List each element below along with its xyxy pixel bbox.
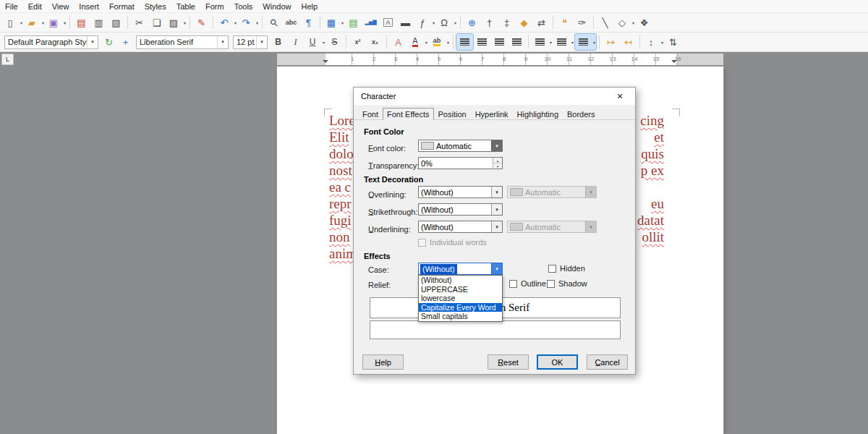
dialog-titlebar[interactable]: Character ✕ — [354, 88, 635, 105]
case-dropdown-option[interactable]: lowercase — [419, 294, 502, 303]
insert-cross-reference-button[interactable]: ⇄ ▾ — [533, 14, 550, 30]
spin-down-icon[interactable]: ▾ — [493, 163, 502, 169]
print-button[interactable]: ▥ ▾ — [90, 14, 107, 30]
paste-button[interactable]: ▨ ▾ — [166, 14, 187, 30]
overlining-select[interactable]: (Without) ▾ — [418, 186, 503, 198]
Font[interactable]: Font — [358, 108, 383, 120]
new-style-button[interactable]: + — [117, 34, 134, 50]
insert-line-button[interactable]: ╲ ▾ — [597, 14, 613, 30]
bold-button[interactable]: B ▾ — [270, 34, 286, 50]
copy-button[interactable]: ❏ ▾ — [148, 14, 165, 30]
Styles[interactable]: Styles — [140, 1, 171, 12]
align-center-button[interactable]: ▾ — [474, 34, 490, 50]
Tools[interactable]: Tools — [229, 1, 258, 12]
export-pdf-button[interactable]: ▤ ▾ — [73, 14, 90, 30]
no-list-button[interactable]: ▾ — [575, 34, 596, 50]
font-size-select[interactable]: 12 pt ▾ — [233, 35, 268, 49]
spelling-button[interactable]: abc ▾ — [283, 14, 299, 30]
Format[interactable]: Format — [104, 1, 140, 12]
insert-comment-button[interactable]: ❝ ▾ — [556, 14, 573, 30]
insert-image-button[interactable]: ▤ ▾ — [345, 14, 362, 30]
case-dropdown-option[interactable]: Capitalize Every Word — [419, 303, 502, 312]
Form[interactable]: Form — [200, 1, 229, 12]
Borders[interactable]: Borders — [563, 108, 600, 120]
formatting-marks-button[interactable]: ¶ ▾ — [300, 14, 317, 30]
underline-button[interactable]: U ▾ — [305, 34, 326, 50]
Help[interactable]: Help — [296, 1, 323, 12]
increase-indent-button[interactable]: ↦ ▾ — [603, 34, 619, 50]
case-select[interactable]: (Without) ▾ — [418, 263, 503, 275]
decrease-indent-button[interactable]: ↤ ▾ — [620, 34, 637, 50]
insert-table-button[interactable]: ▦ ▾ — [323, 14, 344, 30]
cut-button[interactable]: ✂ ▾ — [131, 14, 148, 30]
Font Effects[interactable]: Font Effects — [383, 108, 434, 120]
undo-button[interactable]: ↶ ▾ — [216, 14, 237, 30]
insert-bookmark-button[interactable]: ◆ ▾ — [516, 14, 532, 30]
strikethrough-button[interactable]: S ▾ — [326, 34, 343, 50]
font-name-select[interactable]: Liberation Serif ▾ — [136, 35, 229, 49]
highlight-color-button[interactable]: ab ▾ — [429, 34, 450, 50]
insert-chart-button[interactable]: ▂▅▇ ▾ — [362, 14, 379, 30]
line-spacing-button[interactable]: ↕ ▾ — [643, 34, 664, 50]
print-preview-button[interactable]: ▧ ▾ — [108, 14, 124, 30]
spin-up-icon[interactable]: ▴ — [493, 158, 502, 163]
update-style-button[interactable]: ↻ — [101, 34, 117, 50]
insert-hyperlink-button[interactable]: ⊕ ▾ — [464, 14, 480, 30]
Position[interactable]: Position — [434, 108, 471, 120]
insert-text-box-button[interactable]: A ▾ — [380, 14, 396, 30]
case-dropdown-option[interactable]: Small capitals — [419, 312, 502, 321]
font-color-select[interactable]: Automatic ▾ — [418, 140, 503, 152]
align-right-button[interactable]: ▾ — [491, 34, 508, 50]
File[interactable]: File — [0, 1, 23, 12]
save-button[interactable]: ▣ ▾ — [46, 14, 67, 30]
insert-field-button[interactable]: ƒ ▾ — [414, 14, 435, 30]
help-button[interactable]: H̲elp — [362, 354, 404, 370]
cancel-button[interactable]: C̲ancel — [587, 354, 628, 370]
redo-button[interactable]: ↷ ▾ — [238, 14, 259, 30]
strikethrough-select[interactable]: (Without) ▾ — [418, 203, 503, 216]
font-color-button[interactable]: A ▾ — [407, 34, 428, 50]
superscript-button[interactable]: x² ▾ — [349, 34, 366, 50]
horizontal-ruler[interactable]: 12345678910111213141516 — [277, 54, 723, 65]
open-file-button[interactable]: ▰ ▾ — [24, 14, 45, 30]
Edit[interactable]: Edit — [23, 1, 47, 12]
insert-special-character-button[interactable]: Ω ▾ — [436, 14, 457, 30]
case-dropdown-option[interactable]: UPPERCASE — [419, 285, 502, 294]
tab-stop-selector[interactable]: L — [1, 54, 14, 65]
ok-button[interactable]: OK — [537, 354, 578, 370]
underlining-select[interactable]: (Without) ▾ — [418, 221, 503, 233]
shadow-checkbox[interactable] — [547, 280, 555, 288]
transparency-input[interactable]: 0% ▴ ▾ — [418, 157, 503, 169]
Insert[interactable]: Insert — [74, 1, 104, 12]
indent-marker-left[interactable] — [323, 60, 328, 66]
sort-button[interactable]: ⇅ ▾ — [665, 34, 681, 50]
find-replace-button[interactable]: ⚲ ▾ — [265, 14, 282, 30]
ordered-list-button[interactable]: ▾ — [553, 34, 574, 50]
align-left-button[interactable]: ▾ — [456, 34, 473, 50]
clone-formatting-button[interactable]: ✎ ▾ — [193, 14, 210, 30]
italic-button[interactable]: I ▾ — [287, 34, 304, 50]
new-document-button[interactable]: ▯ ▾ — [2, 14, 23, 30]
unordered-list-button[interactable]: ▾ — [532, 34, 553, 50]
View[interactable]: View — [47, 1, 75, 12]
close-icon[interactable]: ✕ — [612, 92, 628, 101]
align-justify-button[interactable]: ▾ — [509, 34, 525, 50]
Window[interactable]: Window — [258, 1, 296, 12]
outline-checkbox[interactable] — [509, 280, 517, 288]
insert-footnote-button[interactable]: † ▾ — [481, 14, 498, 30]
track-changes-button[interactable]: ✑ ▾ — [574, 14, 590, 30]
Hyperlink[interactable]: Hyperlink — [471, 108, 513, 120]
insert-endnote-button[interactable]: ‡ ▾ — [498, 14, 515, 30]
Table[interactable]: Table — [171, 1, 200, 12]
hidden-checkbox[interactable] — [548, 265, 556, 273]
insert-page-break-button[interactable]: ▬ ▾ — [397, 14, 414, 30]
indent-marker-right[interactable] — [671, 60, 677, 66]
Highlighting[interactable]: Highlighting — [513, 108, 563, 120]
subscript-button[interactable]: x₂ ▾ — [367, 34, 383, 50]
reset-button[interactable]: R̲eset — [488, 354, 529, 370]
paragraph-style-select[interactable]: Default Paragraph Style ▾ — [4, 35, 98, 49]
show-draw-functions-button[interactable]: ❖ ▾ — [636, 14, 652, 30]
case-dropdown-option[interactable]: (Without) — [419, 276, 502, 285]
clear-formatting-button[interactable]: A ▾ — [390, 34, 407, 50]
basic-shapes-button[interactable]: ◇ ▾ — [614, 14, 635, 30]
